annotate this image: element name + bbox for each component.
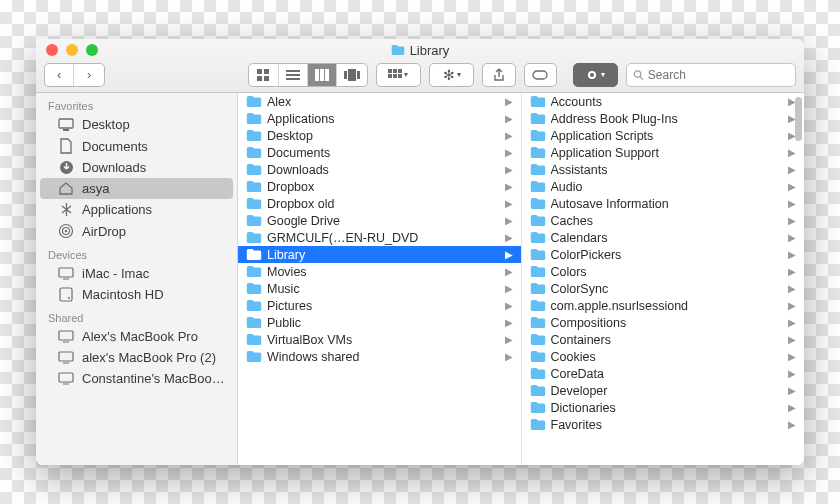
file-row[interactable]: Dropbox▶ (238, 178, 521, 195)
download-icon (58, 160, 74, 175)
file-row[interactable]: Downloads▶ (238, 161, 521, 178)
file-row[interactable]: GRMCULF(…EN-RU_DVD▶ (238, 229, 521, 246)
sidebar-item-macintosh-hd[interactable]: Macintosh HD (40, 284, 233, 305)
dropbox-menu[interactable]: ▾ (573, 63, 618, 87)
folder-icon (530, 350, 546, 363)
file-row[interactable]: Alex▶ (238, 93, 521, 110)
file-name: Colors (551, 265, 784, 279)
sidebar[interactable]: FavoritesDesktopDocumentsDownloadsasyaAp… (36, 93, 238, 465)
file-row[interactable]: Autosave Information▶ (522, 195, 805, 212)
file-row[interactable]: Application Support▶ (522, 144, 805, 161)
forward-button[interactable]: › (74, 64, 103, 86)
file-row[interactable]: Containers▶ (522, 331, 805, 348)
file-row[interactable]: Dropbox old▶ (238, 195, 521, 212)
file-row[interactable]: Public▶ (238, 314, 521, 331)
file-row[interactable]: Desktop▶ (238, 127, 521, 144)
search-input[interactable] (648, 68, 789, 82)
sidebar-item-asya[interactable]: asya (40, 178, 233, 199)
sidebar-item-applications[interactable]: Applications (40, 199, 233, 220)
chevron-right-icon: ▶ (788, 181, 796, 192)
file-row[interactable]: Colors▶ (522, 263, 805, 280)
sidebar-item-label: Constantine's MacBoo… (82, 371, 225, 386)
file-row[interactable]: Accounts▶ (522, 93, 805, 110)
column-0[interactable]: Alex▶Applications▶Desktop▶Documents▶Down… (238, 93, 522, 465)
svg-rect-18 (398, 74, 402, 78)
file-name: GRMCULF(…EN-RU_DVD (267, 231, 500, 245)
sidebar-item-alex-s-macbook-pro[interactable]: Alex's MacBook Pro (40, 326, 233, 347)
chevron-right-icon: ▶ (505, 351, 513, 362)
arrange-menu[interactable]: ▾ (376, 63, 421, 87)
file-name: Desktop (267, 129, 500, 143)
file-name: Google Drive (267, 214, 500, 228)
sidebar-item-label: AirDrop (82, 224, 126, 239)
folder-icon (246, 214, 262, 227)
file-row[interactable]: Calendars▶ (522, 229, 805, 246)
doc-icon (58, 138, 74, 154)
file-row[interactable]: Developer▶ (522, 382, 805, 399)
file-row[interactable]: Audio▶ (522, 178, 805, 195)
folder-icon (246, 299, 262, 312)
sidebar-item-alex-s-macbook-pro-2-[interactable]: alex's MacBook Pro (2) (40, 347, 233, 368)
file-row[interactable]: Pictures▶ (238, 297, 521, 314)
scrollbar[interactable] (795, 97, 802, 141)
sidebar-header: Favorites (36, 93, 237, 114)
file-row[interactable]: Windows shared▶ (238, 348, 521, 365)
file-row[interactable]: Library▶ (238, 246, 521, 263)
sidebar-item-airdrop[interactable]: AirDrop (40, 220, 233, 242)
file-name: ColorPickers (551, 248, 784, 262)
file-name: Accounts (551, 95, 784, 109)
chevron-right-icon: ▶ (505, 181, 513, 192)
sidebar-item-constantine-s-macboo-[interactable]: Constantine's MacBoo… (40, 368, 233, 389)
tags-button[interactable] (524, 63, 557, 87)
file-row[interactable]: Address Book Plug-Ins▶ (522, 110, 805, 127)
chevron-right-icon: ▶ (788, 402, 796, 413)
sidebar-item-label: alex's MacBook Pro (2) (82, 350, 216, 365)
window-title: Library (36, 43, 804, 58)
list-view-button[interactable] (279, 64, 308, 86)
file-name: Windows shared (267, 350, 500, 364)
folder-icon (530, 95, 546, 108)
file-row[interactable]: VirtualBox VMs▶ (238, 331, 521, 348)
file-row[interactable]: Assistants▶ (522, 161, 805, 178)
file-row[interactable]: com.apple.nsurlsessiond▶ (522, 297, 805, 314)
folder-icon (530, 316, 546, 329)
column-1[interactable]: Accounts▶Address Book Plug-Ins▶Applicati… (522, 93, 805, 465)
file-row[interactable]: Documents▶ (238, 144, 521, 161)
file-row[interactable]: Music▶ (238, 280, 521, 297)
apps-icon (58, 202, 74, 217)
sidebar-item-downloads[interactable]: Downloads (40, 157, 233, 178)
file-row[interactable]: Applications▶ (238, 110, 521, 127)
file-row[interactable]: ColorSync▶ (522, 280, 805, 297)
file-row[interactable]: Google Drive▶ (238, 212, 521, 229)
svg-rect-34 (59, 331, 73, 340)
share-button[interactable] (482, 63, 515, 87)
file-row[interactable]: Favorites▶ (522, 416, 805, 433)
file-name: Music (267, 282, 500, 296)
file-row[interactable]: Dictionaries▶ (522, 399, 805, 416)
file-row[interactable]: ColorPickers▶ (522, 246, 805, 263)
file-row[interactable]: Cookies▶ (522, 348, 805, 365)
file-row[interactable]: Compositions▶ (522, 314, 805, 331)
file-row[interactable]: Movies▶ (238, 263, 521, 280)
chevron-right-icon: ▶ (788, 351, 796, 362)
folder-icon (246, 248, 262, 261)
folder-icon (530, 265, 546, 278)
icon-view-button[interactable] (249, 64, 278, 86)
sidebar-item-documents[interactable]: Documents (40, 135, 233, 157)
column-view-button[interactable] (308, 64, 337, 86)
back-button[interactable]: ‹ (45, 64, 74, 86)
action-menu[interactable]: ✻▾ (429, 63, 474, 87)
coverflow-view-button[interactable] (337, 64, 366, 86)
file-row[interactable]: Application Scripts▶ (522, 127, 805, 144)
search-field[interactable] (626, 63, 796, 87)
folder-icon (530, 384, 546, 397)
folder-icon (530, 299, 546, 312)
file-row[interactable]: CoreData▶ (522, 365, 805, 382)
svg-rect-10 (344, 71, 347, 79)
svg-rect-9 (325, 69, 329, 81)
sidebar-item-imac-imac[interactable]: iMac - Imac (40, 263, 233, 284)
sidebar-item-desktop[interactable]: Desktop (40, 114, 233, 135)
svg-rect-38 (59, 373, 73, 382)
file-row[interactable]: Caches▶ (522, 212, 805, 229)
chevron-right-icon: ▶ (505, 215, 513, 226)
